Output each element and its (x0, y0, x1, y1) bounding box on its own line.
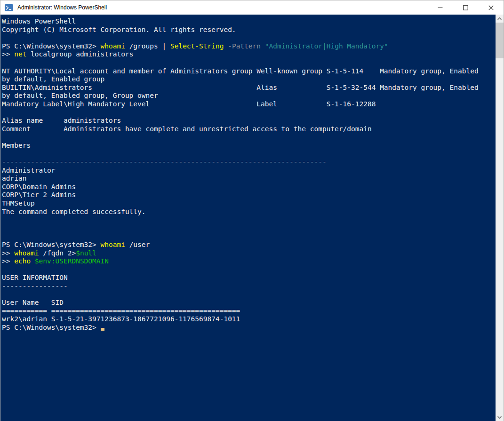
terminal-line: USER INFORMATION (2, 274, 496, 282)
terminal-text: Select-String (170, 42, 224, 50)
scroll-up-button[interactable] (496, 15, 504, 23)
terminal-text: $null (76, 249, 96, 257)
terminal-text: whoami (14, 249, 39, 257)
terminal-line: by default, Enabled group (2, 75, 496, 84)
maximize-icon (463, 5, 468, 10)
terminal-output[interactable]: Windows PowerShellCopyright (C) Microsof… (0, 15, 496, 421)
scrollbar-thumb[interactable] (496, 23, 504, 58)
close-icon (488, 5, 494, 10)
terminal-line: THMSetup (2, 199, 496, 208)
chevron-down-icon (497, 416, 502, 419)
powershell-window: Administrator: Windows PowerShell Window… (0, 0, 504, 421)
terminal-line: by default, Enabled group, Group owner (2, 92, 496, 100)
terminal-line: CORP\Domain Admins (2, 183, 496, 191)
terminal-text: Administrator (2, 167, 56, 174)
terminal-text: >> (2, 257, 14, 265)
terminal-text (31, 257, 35, 265)
terminal-line (2, 109, 496, 117)
terminal-text: PS C:\Windows\system32> (2, 241, 101, 248)
terminal-line (2, 291, 496, 299)
terminal-line: User Name SID (2, 299, 496, 307)
terminal-text: whoami (101, 42, 125, 50)
terminal-line: >> echo $env:USERDNSDOMAIN (2, 257, 496, 266)
terminal-text: THMSetup (2, 199, 35, 207)
terminal-line: PS C:\Windows\system32> whoami /user (2, 241, 496, 249)
terminal-text: /user (125, 241, 150, 248)
window-title: Administrator: Windows PowerShell (17, 4, 107, 11)
terminal-text: PS C:\Windows\system32> (2, 324, 101, 331)
terminal-text: /groups | (125, 42, 170, 50)
terminal-text: >> (2, 50, 14, 58)
terminal-text: NT AUTHORITY\Local account and member of… (2, 67, 479, 75)
title-bar: Administrator: Windows PowerShell (0, 0, 504, 15)
terminal-line: Alias name administrators (2, 117, 496, 125)
terminal-text: ---------------- (2, 282, 68, 290)
terminal-text: User Name SID (2, 299, 64, 306)
terminal-cursor (101, 324, 105, 331)
terminal-text: PS C:\Windows\system32> (2, 42, 101, 50)
terminal-text: BUILTIN\Administrators Alias S-1-5-32-54… (2, 84, 479, 91)
terminal-text: /fqdn 2> (39, 249, 76, 257)
terminal-text: wrk2\adrian S-1-5-21-3971236873-18677210… (2, 315, 240, 323)
powershell-icon (5, 4, 13, 11)
terminal-line: BUILTIN\Administrators Alias S-1-5-32-54… (2, 84, 496, 92)
terminal-line: PS C:\Windows\system32> (2, 324, 496, 332)
terminal-line: ----------------------------------------… (2, 158, 496, 167)
terminal-text: The command completed successfully. (2, 208, 146, 215)
terminal-text: Alias name administrators (2, 117, 121, 124)
terminal-line (2, 34, 496, 42)
terminal-text: Comment Administrators have complete and… (2, 125, 372, 133)
terminal-text: -Pattern (228, 42, 261, 50)
terminal-text: CORP\Tier 2 Admins (2, 191, 76, 199)
terminal-line: >> net localgroup administrators (2, 50, 496, 59)
terminal-text: USER INFORMATION (2, 274, 68, 281)
terminal-text: =========== ============================… (2, 307, 240, 315)
terminal-text: echo (14, 257, 31, 265)
terminal-line: The command completed successfully. (2, 208, 496, 216)
terminal-line (2, 133, 496, 142)
scrollbar[interactable] (496, 15, 504, 421)
terminal-line: Members (2, 142, 496, 150)
terminal-line (2, 216, 496, 224)
terminal-line: NT AUTHORITY\Local account and member of… (2, 67, 496, 76)
terminal-text: "Administrator|High Mandatory" (265, 42, 388, 50)
terminal-line (2, 59, 496, 67)
terminal-line (2, 232, 496, 241)
terminal-line: Mandatory Label\High Mandatory Level Lab… (2, 100, 496, 109)
terminal-text: CORP\Domain Admins (2, 183, 76, 191)
terminal-line: =========== ============================… (2, 307, 496, 316)
terminal-line: adrian (2, 175, 496, 183)
scroll-down-button[interactable] (496, 413, 504, 421)
terminal-line: wrk2\adrian S-1-5-21-3971236873-18677210… (2, 315, 496, 324)
close-button[interactable] (478, 0, 504, 15)
terminal-text: Mandatory Label\High Mandatory Level Lab… (2, 100, 376, 108)
terminal-text: ----------------------------------------… (2, 158, 327, 166)
terminal-line: Comment Administrators have complete and… (2, 125, 496, 134)
terminal-line: Copyright (C) Microsoft Corporation. All… (2, 26, 496, 34)
minimize-icon (438, 5, 443, 10)
terminal-text: by default, Enabled group (2, 75, 104, 83)
terminal-line: Windows PowerShell (2, 17, 496, 26)
terminal-line (2, 224, 496, 233)
terminal-text: whoami (101, 241, 125, 248)
window-controls (427, 0, 504, 15)
terminal-line: ---------------- (2, 282, 496, 291)
chevron-up-icon (497, 17, 502, 20)
terminal-line: >> whoami /fqdn 2>$null (2, 249, 496, 258)
terminal-line (2, 266, 496, 274)
terminal-text: net (14, 50, 26, 58)
terminal-line: PS C:\Windows\system32> whoami /groups |… (2, 42, 496, 51)
terminal-text: Windows PowerShell (2, 17, 76, 25)
maximize-button[interactable] (453, 0, 478, 15)
terminal-text: by default, Enabled group, Group owner (2, 92, 158, 99)
terminal-line (2, 150, 496, 159)
minimize-button[interactable] (427, 0, 453, 15)
terminal-text: Copyright (C) Microsoft Corporation. All… (2, 26, 236, 33)
terminal-text: adrian (2, 175, 26, 182)
terminal-line: Administrator (2, 167, 496, 175)
terminal-text: Members (2, 142, 31, 149)
powershell-icon[interactable] (5, 4, 13, 11)
terminal-text: $env:USERDNSDOMAIN (35, 257, 109, 265)
terminal-text: localgroup administrators (26, 50, 133, 58)
terminal-text (261, 42, 265, 50)
